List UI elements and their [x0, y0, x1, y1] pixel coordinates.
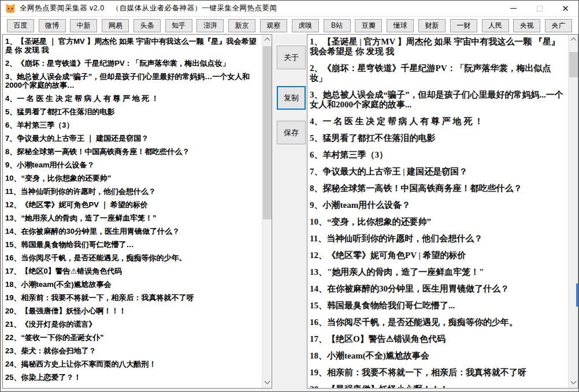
news-item[interactable]: 20、【最强唐僧】妖怪小心啊！！！	[5, 307, 261, 315]
source-tab-button[interactable]: 中新	[70, 19, 97, 32]
news-item[interactable]: 20、【最强唐僧】妖怪小心啊！！！	[310, 384, 567, 388]
news-item[interactable]: 7、争议最大的上古帝王 | 建国还是窃国？	[310, 167, 567, 177]
news-item[interactable]: 11、当神仙听到你的许愿时，他们会想什么？	[5, 187, 261, 196]
source-tab-button[interactable]: B站	[324, 19, 351, 32]
source-tab-button[interactable]: 新京	[228, 19, 255, 32]
news-item[interactable]: 17、【绝区O】警告⚠错误角色代码	[310, 334, 567, 344]
source-tab-button[interactable]: 澎湃	[196, 19, 224, 32]
news-item[interactable]: 4、一 名 医 生 决 定 帮 病 人 有 尊 严 地 死 ！	[310, 117, 567, 126]
app-window: 全网热点要闻采集器 v2.0 （自媒体从业者必备神器）一键采集全网热点要闻 ✕ …	[0, 0, 579, 392]
news-item[interactable]: 15、韩国最臭食物给我们哥仁吃懵了...	[310, 301, 567, 311]
news-item[interactable]: 2、《崩坏：星穹铁道》千星纪游PV：「阮声落华裳，梅出似点妆」	[5, 59, 261, 68]
news-item[interactable]: 7、争议最大的上古帝王 ｜ 建国还是窃国？	[5, 134, 261, 143]
source-tab-button[interactable]: 网易	[102, 19, 129, 32]
news-item[interactable]: 12、《绝区零》妮可角色PV ｜ 希望的标价	[5, 200, 261, 209]
minimize-button[interactable]	[500, 1, 526, 16]
news-item[interactable]: 9、小潮team用什么设备？	[310, 200, 567, 210]
source-tab-button[interactable]: 百度	[7, 19, 34, 32]
news-item[interactable]: 8、探秘全球第一高铁！中国高铁商务座！都吃些什么？	[310, 184, 567, 193]
scroll-down-arrow-icon[interactable]	[262, 378, 272, 388]
save-button[interactable]: 保存	[277, 121, 306, 144]
title-bar: 全网热点要闻采集器 v2.0 （自媒体从业者必备神器）一键采集全网热点要闻 ✕	[1, 1, 578, 17]
raw-news-list: 1、【圣诞星 ｜ 官方MV 】周杰伦 如果 宇宙中有我这么一颗『星』我会希望 是…	[5, 37, 261, 388]
news-item[interactable]: 25、你染上恋爱了？！	[5, 373, 261, 382]
source-tab-button[interactable]: 央视	[513, 19, 540, 32]
news-item[interactable]: 18、小潮team(不全)尴尬故事会	[310, 351, 567, 361]
news-item[interactable]: 6、羊村第三季（3）	[5, 121, 261, 129]
source-tab-button[interactable]: 观察	[260, 19, 287, 32]
news-item[interactable]: 2、《崩坏：星穹铁道》千星纪游PV：「阮声落华裳，梅出似点妆」	[310, 64, 567, 83]
news-item[interactable]: 23、柴犬：就你会扫地了？	[5, 346, 261, 355]
news-item[interactable]: 11、当神仙听到你的许愿时，他们会想什么？	[310, 234, 567, 244]
app-icon	[5, 3, 16, 14]
news-item[interactable]: 8、探秘全球第一高铁！中国高铁商务座！都吃些什么？	[5, 147, 261, 156]
news-item[interactable]: 1、【圣诞星 | 官方MV 】周杰伦 如果 宇宙中有我这么一颗 『星』我会希望是…	[310, 37, 567, 57]
news-item[interactable]: 19、相亲前：我要不将就一下，相亲后：我真将就不了呀	[5, 293, 261, 302]
news-item[interactable]: 10、“变身，比你想象的还要帅”	[5, 174, 261, 182]
source-tab-button[interactable]: 财新	[418, 19, 446, 32]
news-item[interactable]: 6、羊村第三季（3）	[310, 150, 567, 160]
news-item[interactable]: 3、她总被人误会成“骗子”，但却是孩子们心里最好的常妈妈…一个女人和2000个家…	[5, 72, 261, 89]
action-column: 关于 复制 保存	[272, 34, 307, 391]
background-window-sliver	[576, 34, 578, 389]
source-tab-bar: 百度微博中新网易头条知乎澎湃新京观察虎嗅B站豆瓣懂球财新一财人民央视央广	[1, 17, 578, 34]
news-item[interactable]: 18、小潮team(不全)尴尬故事会	[5, 280, 261, 289]
news-item[interactable]: 24、揭秘西方史上让你不寒而栗的八大酷刑！	[5, 360, 261, 368]
about-button[interactable]: 关于	[277, 46, 306, 69]
news-item[interactable]: 5、猛男看了都扛不住落泪的电影	[5, 107, 261, 116]
news-item[interactable]: 5、猛男看了都扛不住落泪的电影	[310, 133, 567, 143]
news-item[interactable]: 14、在你被麻醉的30分钟里，医生用胃镜做了什么？	[5, 227, 261, 236]
source-tab-button[interactable]: 懂球	[387, 19, 414, 32]
source-tab-button[interactable]: 虎嗅	[292, 19, 319, 32]
left-scrollbar[interactable]	[262, 35, 272, 388]
news-item[interactable]: 10、“变身，比你想象的还要帅”	[310, 217, 567, 227]
close-button[interactable]: ✕	[552, 1, 578, 16]
formatted-news-list-panel: 1、【圣诞星 | 官方MV 】周杰伦 如果 宇宙中有我这么一颗 『星』我会希望是…	[307, 34, 578, 389]
news-item[interactable]: 9、小潮team用什么设备？	[5, 160, 261, 169]
main-area: 1、【圣诞星 ｜ 官方MV 】周杰伦 如果 宇宙中有我这么一颗『星』我会希望 是…	[1, 34, 578, 391]
formatted-news-list: 1、【圣诞星 | 官方MV 】周杰伦 如果 宇宙中有我这么一颗 『星』我会希望是…	[310, 37, 567, 388]
news-item[interactable]: 21、《没开灯是你的谎言》	[5, 320, 261, 328]
news-item[interactable]: 17、【绝区0】警告⚠错误角色代码	[5, 267, 261, 275]
news-item[interactable]: 1、【圣诞星 ｜ 官方MV 】周杰伦 如果 宇宙中有我这么一颗『星』我会希望 是…	[5, 37, 261, 54]
left-scrollbar-thumb[interactable]	[263, 46, 272, 219]
close-icon: ✕	[562, 3, 569, 14]
scroll-up-arrow-icon[interactable]	[262, 35, 272, 44]
news-item[interactable]: 14、在你被麻醉的30分钟里，医生用胃镜做了什么？	[310, 284, 567, 294]
maximize-icon	[537, 6, 543, 12]
news-item[interactable]: 22、“签收一下你的圣诞女仆”	[5, 333, 261, 342]
source-tab-button[interactable]: 头条	[133, 19, 161, 32]
news-item[interactable]: 4、一 名 医 生 决 定 帮 病 人 有 尊 严 地 死 ！	[5, 94, 261, 103]
news-item[interactable]: 13、“她用亲人的骨肉，造了一座鲜血牢笼！”	[5, 214, 261, 222]
raw-news-list-panel: 1、【圣诞星 ｜ 官方MV 】周杰伦 如果 宇宙中有我这么一颗『星』我会希望 是…	[2, 34, 272, 389]
maximize-button	[526, 1, 552, 16]
window-controls: ✕	[500, 1, 578, 16]
news-item[interactable]: 16、当你阅尽千帆，是否还能遇见，痴痴等你的少年。	[5, 253, 261, 262]
news-item[interactable]: 12、《绝区零》妮可角色PV | 希望的标价	[310, 251, 567, 260]
source-tab-button[interactable]: 人民	[482, 19, 509, 32]
news-item[interactable]: 3、她总被人误会成“骗子”，但却是孩子们心里最好的常妈妈...一个女人和2000…	[310, 90, 567, 110]
news-item[interactable]: 19、相亲前：我要不将就一下，相亲后：我真将就不了呀	[310, 368, 567, 378]
source-tab-button[interactable]: 一财	[450, 19, 477, 32]
source-tab-button[interactable]: 微博	[39, 19, 66, 32]
news-item[interactable]: 15、韩国最臭食物给我们哥仁吃懵了…	[5, 240, 261, 249]
copy-button[interactable]: 复制	[277, 86, 306, 110]
minimize-icon	[510, 8, 517, 9]
news-item[interactable]: 13、"她用亲人的骨肉，造了一座鲜血牢笼！"	[310, 267, 567, 277]
news-item[interactable]: 16、当你阅尽千帆，是否还能遇见，痴痴等你的少年。	[310, 318, 567, 327]
source-tab-button[interactable]: 央广	[545, 19, 572, 32]
window-title: 全网热点要闻采集器 v2.0 （自媒体从业者必备神器）一键采集全网热点要闻	[20, 3, 277, 13]
source-tab-button[interactable]: 知乎	[165, 19, 192, 32]
source-tab-button[interactable]: 豆瓣	[355, 19, 382, 32]
background-scrollbar-mark	[576, 283, 578, 307]
